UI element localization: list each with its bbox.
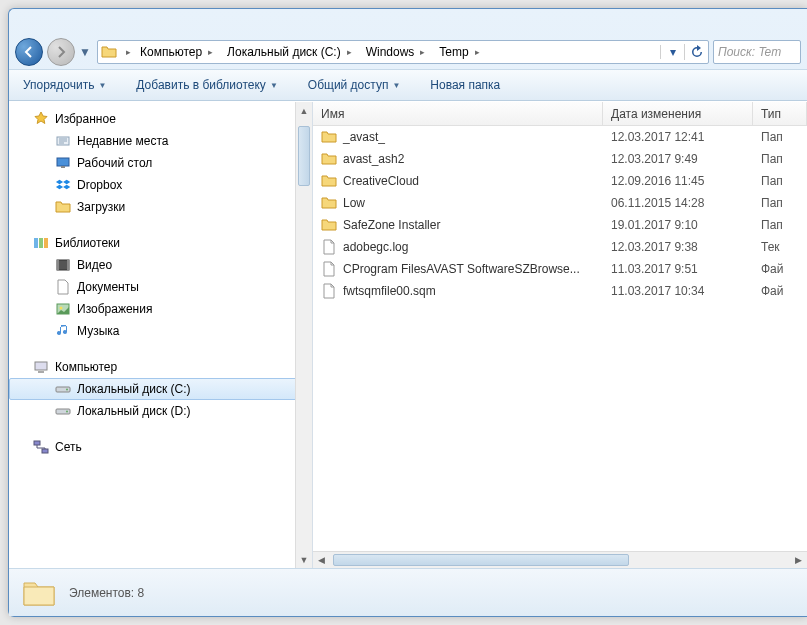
file-name: CProgram FilesAVAST SoftwareSZBrowse... <box>343 262 580 276</box>
sidebar-item-downloads[interactable]: Загрузки <box>9 196 312 218</box>
nav-history-dropdown[interactable]: ▼ <box>79 45 93 59</box>
folder-large-icon <box>21 575 57 611</box>
file-type: Пап <box>753 174 807 188</box>
sidebar-item-documents[interactable]: Документы <box>9 276 312 298</box>
file-type: Пап <box>753 130 807 144</box>
refresh-button[interactable] <box>684 44 708 60</box>
chevron-right-icon[interactable]: ▸ <box>344 47 355 57</box>
drive-icon <box>55 403 71 419</box>
network-icon <box>33 439 49 455</box>
address-bar[interactable]: ▸ Компьютер▸ Локальный диск (C:)▸ Window… <box>97 40 709 64</box>
file-name: avast_ash2 <box>343 152 404 166</box>
status-bar: Элементов: 8 <box>9 568 807 616</box>
file-name: CreativeCloud <box>343 174 419 188</box>
scroll-down-icon[interactable]: ▼ <box>296 551 312 568</box>
scroll-left-icon[interactable]: ◀ <box>313 552 330 568</box>
scroll-up-icon[interactable]: ▲ <box>296 102 312 119</box>
sidebar-item-recent[interactable]: Недавние места <box>9 130 312 152</box>
network-header[interactable]: Сеть <box>9 436 312 458</box>
column-name[interactable]: Имя <box>313 102 603 125</box>
sidebar-item-desktop[interactable]: Рабочий стол <box>9 152 312 174</box>
file-type: Фай <box>753 262 807 276</box>
scroll-thumb[interactable] <box>333 554 629 566</box>
sidebar-label: Избранное <box>55 112 116 126</box>
sidebar-item-dropbox[interactable]: Dropbox <box>9 174 312 196</box>
file-row[interactable]: CreativeCloud12.09.2016 11:45Пап <box>313 170 807 192</box>
breadcrumb-item[interactable]: Windows▸ <box>360 41 434 63</box>
search-placeholder: Поиск: Tem <box>718 45 781 59</box>
add-to-library-button[interactable]: Добавить в библиотеку ▼ <box>130 74 283 96</box>
share-button[interactable]: Общий доступ ▼ <box>302 74 407 96</box>
sidebar-item-music[interactable]: Музыка <box>9 320 312 342</box>
file-date: 11.03.2017 10:34 <box>603 284 753 298</box>
file-row[interactable]: Low06.11.2015 14:28Пап <box>313 192 807 214</box>
file-date: 19.01.2017 9:10 <box>603 218 753 232</box>
file-date: 06.11.2015 14:28 <box>603 196 753 210</box>
file-icon <box>321 261 337 277</box>
file-row[interactable]: adobegc.log12.03.2017 9:38Тек <box>313 236 807 258</box>
horizontal-scrollbar[interactable]: ◀ ▶ <box>313 551 807 568</box>
file-row[interactable]: CProgram FilesAVAST SoftwareSZBrowse...1… <box>313 258 807 280</box>
downloads-icon <box>55 199 71 215</box>
sidebar-item-disk-d[interactable]: Локальный диск (D:) <box>9 400 312 422</box>
file-date: 12.03.2017 9:49 <box>603 152 753 166</box>
sidebar-scrollbar[interactable]: ▲ ▼ <box>295 102 312 568</box>
svg-rect-2 <box>61 166 65 168</box>
file-date: 11.03.2017 9:51 <box>603 262 753 276</box>
svg-rect-1 <box>57 158 69 166</box>
music-icon <box>55 323 71 339</box>
file-row[interactable]: fwtsqmfile00.sqm11.03.2017 10:34Фай <box>313 280 807 302</box>
breadcrumb-item[interactable]: Temp▸ <box>433 41 487 63</box>
sidebar-item-disk-c[interactable]: Локальный диск (C:) <box>9 378 312 400</box>
file-name: Low <box>343 196 365 210</box>
libraries-header[interactable]: Библиотеки <box>9 232 312 254</box>
file-name: _avast_ <box>343 130 385 144</box>
scroll-thumb[interactable] <box>298 126 310 186</box>
forward-button[interactable] <box>47 38 75 66</box>
chevron-right-icon[interactable]: ▸ <box>205 47 216 57</box>
file-date: 12.03.2017 12:41 <box>603 130 753 144</box>
breadcrumb-item[interactable]: Локальный диск (C:)▸ <box>221 41 360 63</box>
svg-point-14 <box>66 389 68 391</box>
svg-rect-5 <box>44 238 48 248</box>
file-list[interactable]: _avast_12.03.2017 12:41Папavast_ash212.0… <box>313 126 807 551</box>
svg-point-16 <box>66 411 68 413</box>
document-icon <box>55 279 71 295</box>
sidebar: Избранное Недавние места Рабочий стол Dr… <box>9 102 313 568</box>
column-type[interactable]: Тип <box>753 102 807 125</box>
computer-header[interactable]: Компьютер <box>9 356 312 378</box>
video-icon <box>55 257 71 273</box>
chevron-right-icon[interactable]: ▸ <box>472 47 483 57</box>
chevron-right-icon[interactable]: ▸ <box>417 47 428 57</box>
file-row[interactable]: _avast_12.03.2017 12:41Пап <box>313 126 807 148</box>
file-date: 12.09.2016 11:45 <box>603 174 753 188</box>
favorites-header[interactable]: Избранное <box>9 108 312 130</box>
back-button[interactable] <box>15 38 43 66</box>
folder-icon <box>98 44 120 60</box>
folder-icon <box>321 217 337 233</box>
libraries-group: Библиотеки Видео Документы Изображения М… <box>9 232 312 342</box>
svg-rect-11 <box>35 362 47 370</box>
nav-bar: ▼ ▸ Компьютер▸ Локальный диск (C:)▸ Wind… <box>9 35 807 69</box>
sidebar-item-videos[interactable]: Видео <box>9 254 312 276</box>
network-group: Сеть <box>9 436 312 458</box>
file-type: Тек <box>753 240 807 254</box>
file-date: 12.03.2017 9:38 <box>603 240 753 254</box>
search-input[interactable]: Поиск: Tem <box>713 40 801 64</box>
file-icon <box>321 239 337 255</box>
file-name: SafeZone Installer <box>343 218 440 232</box>
file-row[interactable]: SafeZone Installer19.01.2017 9:10Пап <box>313 214 807 236</box>
dropdown-arrow-icon[interactable]: ▾ <box>660 45 684 59</box>
scroll-right-icon[interactable]: ▶ <box>790 552 807 568</box>
breadcrumb-root-arrow[interactable]: ▸ <box>123 47 134 57</box>
titlebar[interactable] <box>9 9 807 35</box>
column-date[interactable]: Дата изменения <box>603 102 753 125</box>
file-row[interactable]: avast_ash212.03.2017 9:49Пап <box>313 148 807 170</box>
file-icon <box>321 283 337 299</box>
breadcrumb-item[interactable]: Компьютер▸ <box>134 41 221 63</box>
svg-rect-17 <box>34 441 40 445</box>
new-folder-button[interactable]: Новая папка <box>424 74 506 96</box>
organize-button[interactable]: Упорядочить ▼ <box>17 74 112 96</box>
sidebar-item-pictures[interactable]: Изображения <box>9 298 312 320</box>
drive-icon <box>55 381 71 397</box>
